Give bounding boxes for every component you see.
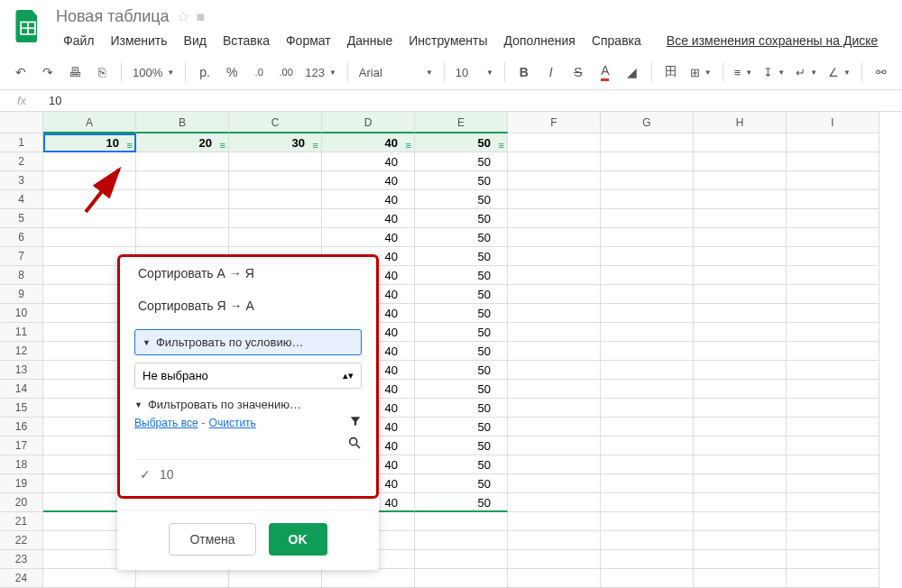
cell[interactable] xyxy=(787,171,879,190)
cell[interactable] xyxy=(601,493,694,512)
cell[interactable] xyxy=(787,133,879,152)
cell[interactable] xyxy=(601,304,694,323)
column-header[interactable]: I xyxy=(787,112,879,133)
cell[interactable]: 50 xyxy=(415,247,508,266)
cell[interactable] xyxy=(508,569,601,588)
cancel-button[interactable]: Отмена xyxy=(169,523,255,556)
cell[interactable] xyxy=(229,228,322,247)
cell[interactable] xyxy=(508,342,601,361)
cell[interactable] xyxy=(694,323,787,342)
cell[interactable] xyxy=(508,474,601,493)
cell[interactable] xyxy=(694,493,787,512)
cell[interactable] xyxy=(601,569,694,588)
cell[interactable]: 50 xyxy=(415,152,508,171)
cell[interactable] xyxy=(694,342,787,361)
row-header[interactable]: 11 xyxy=(0,323,43,342)
cell[interactable] xyxy=(601,361,694,380)
cell[interactable] xyxy=(787,550,879,569)
zoom-select[interactable]: 100%▼ xyxy=(129,66,178,79)
cell[interactable] xyxy=(601,436,694,455)
row-header[interactable]: 18 xyxy=(0,455,43,474)
sort-ascending[interactable]: Сортировать А → Я xyxy=(120,257,376,289)
strikethrough-icon[interactable]: S xyxy=(566,60,590,84)
cell[interactable] xyxy=(508,399,601,418)
cell[interactable]: 50 xyxy=(415,190,508,209)
cell[interactable] xyxy=(694,512,787,531)
cell[interactable] xyxy=(694,304,787,323)
cell[interactable] xyxy=(415,569,508,588)
cell[interactable]: 40≡ xyxy=(322,133,415,152)
cell[interactable]: 40 xyxy=(322,209,415,228)
cell[interactable] xyxy=(787,304,879,323)
cell[interactable] xyxy=(694,436,787,455)
row-header[interactable]: 13 xyxy=(0,361,43,380)
cell[interactable]: 50 xyxy=(415,493,508,512)
cell[interactable] xyxy=(601,152,694,171)
row-header[interactable]: 5 xyxy=(0,209,43,228)
cell[interactable] xyxy=(601,342,694,361)
cell[interactable] xyxy=(43,190,136,209)
clear-link[interactable]: Очистить xyxy=(209,417,256,429)
filter-search[interactable] xyxy=(134,430,362,460)
cell[interactable] xyxy=(694,455,787,474)
text-color-icon[interactable]: A xyxy=(594,60,617,84)
cell[interactable] xyxy=(601,228,694,247)
cell[interactable] xyxy=(787,474,879,493)
borders-icon[interactable]: 田 xyxy=(659,60,683,84)
fill-color-icon[interactable]: ◢ xyxy=(621,60,644,84)
cell[interactable]: 50 xyxy=(415,209,508,228)
column-header[interactable]: A xyxy=(43,112,136,133)
cell[interactable] xyxy=(136,569,229,588)
cell[interactable] xyxy=(508,133,601,152)
cell[interactable] xyxy=(787,190,879,209)
cell[interactable] xyxy=(787,436,879,455)
paint-format-icon[interactable]: ⎘ xyxy=(90,60,114,84)
row-header[interactable]: 19 xyxy=(0,474,43,493)
condition-select[interactable]: Не выбрано ▴▾ xyxy=(134,363,362,389)
cell[interactable] xyxy=(508,512,601,531)
cell[interactable]: 40 xyxy=(322,152,415,171)
row-header[interactable]: 3 xyxy=(0,171,43,190)
cell[interactable] xyxy=(601,285,694,304)
cell[interactable]: 40 xyxy=(322,228,415,247)
cell[interactable]: 50 xyxy=(415,455,508,474)
cell[interactable] xyxy=(694,550,787,569)
cell[interactable] xyxy=(136,152,229,171)
folder-icon[interactable]: ■ xyxy=(197,9,206,25)
cell[interactable] xyxy=(787,418,879,436)
cell[interactable] xyxy=(601,380,694,399)
cell[interactable] xyxy=(787,247,879,266)
row-header[interactable]: 17 xyxy=(0,436,43,455)
cell[interactable] xyxy=(601,171,694,190)
redo-icon[interactable]: ↷ xyxy=(36,60,60,84)
cell[interactable] xyxy=(508,247,601,266)
cell[interactable] xyxy=(601,531,694,550)
cell[interactable]: 40 xyxy=(322,190,415,209)
sort-descending[interactable]: Сортировать Я → А xyxy=(120,289,376,322)
cell[interactable] xyxy=(787,285,879,304)
cell[interactable] xyxy=(508,455,601,474)
cell[interactable] xyxy=(694,380,787,399)
menu-data[interactable]: Данные xyxy=(340,30,400,51)
row-header[interactable]: 12 xyxy=(0,342,43,361)
cell[interactable] xyxy=(694,474,787,493)
row-header[interactable]: 10 xyxy=(0,304,43,323)
cell[interactable] xyxy=(787,228,879,247)
cell[interactable] xyxy=(43,569,136,588)
cell[interactable] xyxy=(508,531,601,550)
cell[interactable] xyxy=(601,474,694,493)
cell[interactable]: 50 xyxy=(415,380,508,399)
cell[interactable] xyxy=(694,247,787,266)
cell[interactable] xyxy=(601,512,694,531)
cell[interactable]: 50 xyxy=(415,436,508,455)
cell[interactable]: 50 xyxy=(415,342,508,361)
cell[interactable] xyxy=(601,418,694,436)
menu-view[interactable]: Вид xyxy=(177,30,214,51)
cell[interactable] xyxy=(787,380,879,399)
font-size-select[interactable]: 10▼ xyxy=(452,66,497,79)
row-header[interactable]: 4 xyxy=(0,190,43,209)
star-icon[interactable]: ☆ xyxy=(177,8,189,25)
fx-value[interactable]: 10 xyxy=(43,94,61,107)
filter-value-item[interactable]: ✓ 10 xyxy=(134,460,362,489)
cell[interactable] xyxy=(694,399,787,418)
